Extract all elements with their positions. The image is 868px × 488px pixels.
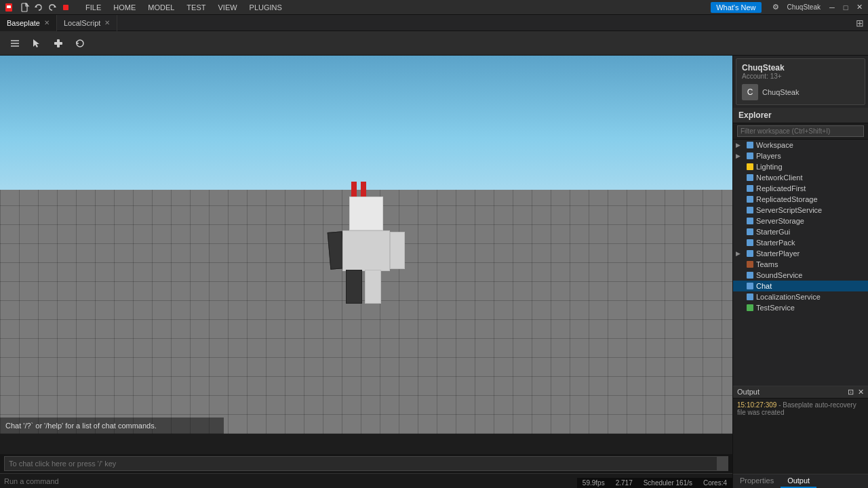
chat-icon: [745, 281, 755, 291]
close-window-icon[interactable]: ✕: [853, 1, 865, 14]
tree-item[interactable]: ▶StarterPlayer: [733, 248, 868, 259]
svg-rect-21: [747, 228, 753, 235]
menu-view[interactable]: VIEW: [212, 2, 242, 13]
username-display: ChuqSteak: [783, 3, 825, 11]
tree-item[interactable]: Teams: [733, 259, 868, 270]
chat-input[interactable]: [4, 456, 717, 471]
output-close-icon[interactable]: ✕: [858, 388, 864, 396]
select-tool-button[interactable]: [27, 34, 46, 53]
tree-item[interactable]: LocalizationService: [733, 291, 868, 302]
tree-item-label: Teams: [756, 260, 865, 268]
chat-overlay: Chat '/?` or '/help' for a list of chat …: [0, 418, 224, 434]
svg-rect-25: [747, 272, 753, 279]
tree-item[interactable]: Lighting: [733, 161, 868, 172]
profile-name: ChuqSteak: [742, 63, 859, 73]
tabs-bar: Baseplate ✕ LocalScript ✕ ⊞: [0, 15, 868, 31]
svg-rect-2: [22, 3, 27, 12]
network-icon: [745, 173, 755, 182]
explorer-header: Explorer: [733, 108, 868, 123]
tree-item[interactable]: NetworkClient: [733, 172, 868, 183]
tree-item[interactable]: Chat: [733, 281, 868, 291]
tree-arrow-icon: ▶: [736, 142, 744, 148]
whats-new-button[interactable]: What's New: [711, 2, 761, 13]
svg-rect-19: [747, 207, 753, 214]
character-head: [349, 197, 383, 230]
tab-baseplate[interactable]: Baseplate ✕: [0, 15, 57, 31]
antenna-right: [361, 182, 366, 197]
viewport-status-bar: 59.9fps 2.717 Scheduler 161/s Cores:4: [577, 478, 732, 488]
teams-icon: [745, 260, 755, 269]
output-header: Output ⊡ ✕: [733, 386, 868, 399]
workspace-icon: [745, 140, 755, 150]
tree-item[interactable]: ▶Players: [733, 150, 868, 161]
svg-rect-5: [63, 5, 68, 10]
roblox-logo-icon[interactable]: [3, 1, 15, 14]
menu-home[interactable]: HOME: [108, 2, 141, 13]
menu-file[interactable]: FILE: [80, 2, 106, 13]
lighting-icon: [745, 162, 755, 171]
tree-item[interactable]: StarterPack: [733, 237, 868, 248]
avatar[interactable]: C: [742, 84, 758, 100]
svg-rect-16: [747, 174, 753, 181]
profile-account: Account: 13+: [742, 73, 859, 80]
player-icon: [745, 249, 755, 258]
replicated-icon: [745, 195, 755, 204]
undo-icon[interactable]: [33, 1, 45, 14]
menu-model[interactable]: MODEL: [142, 2, 180, 13]
minimize-icon[interactable]: ─: [826, 1, 838, 14]
tree-item-label: StarterPlayer: [756, 249, 865, 258]
tree-item[interactable]: ▶Workspace: [733, 140, 868, 150]
tree-item[interactable]: ReplicatedFirst: [733, 183, 868, 194]
character-model: [326, 197, 407, 332]
tree-item-label: LocalizationService: [756, 293, 865, 301]
svg-rect-17: [747, 185, 753, 192]
test-icon: [745, 303, 755, 312]
move-tool-button[interactable]: [49, 34, 68, 53]
explorer-search-input[interactable]: [737, 125, 864, 137]
menu-bar: FILE HOME MODEL TEST VIEW PLUGINS What's…: [0, 0, 868, 15]
settings-icon[interactable]: ⚙: [770, 1, 782, 14]
character-leg-right: [365, 270, 381, 304]
svg-rect-15: [747, 163, 753, 170]
tree-item[interactable]: ServerScriptService: [733, 205, 868, 216]
scheduler-display: Scheduler 161/s: [644, 479, 692, 487]
layout-toggle-icon[interactable]: ⊞: [856, 18, 864, 28]
tab-output[interactable]: Output: [781, 474, 816, 488]
explorer-tree: ▶Workspace▶Players Lighting NetworkClien…: [733, 140, 868, 386]
tree-item[interactable]: SoundService: [733, 270, 868, 281]
tree-item[interactable]: ReplicatedStorage: [733, 194, 868, 205]
profile-username-label: ChuqSteak: [762, 88, 799, 96]
menu-toggle-button[interactable]: [5, 34, 24, 53]
character-torso: [342, 230, 390, 271]
localize-icon: [745, 292, 755, 302]
storage-icon: [745, 216, 755, 226]
tab-localscript-close[interactable]: ✕: [104, 19, 110, 26]
tree-item[interactable]: ServerStorage: [733, 216, 868, 226]
tab-properties[interactable]: Properties: [733, 474, 781, 488]
maximize-icon[interactable]: □: [840, 1, 852, 14]
menu-test[interactable]: TEST: [181, 2, 211, 13]
main-content: Chat '/?` or '/help' for a list of chat …: [0, 56, 868, 488]
new-file-icon[interactable]: [19, 1, 31, 14]
output-float-icon[interactable]: ⊡: [848, 388, 854, 396]
chat-hint-text: Chat '/?` or '/help' for a list of chat …: [5, 422, 218, 430]
tab-localscript[interactable]: LocalScript ✕: [57, 15, 117, 31]
svg-rect-18: [747, 196, 753, 203]
viewport[interactable]: Chat '/?` or '/help' for a list of chat …: [0, 56, 732, 488]
tree-item[interactable]: TestService: [733, 302, 868, 313]
rotate-tool-button[interactable]: [71, 34, 90, 53]
tree-item-label: Workspace: [756, 141, 865, 149]
output-timestamp: 15:10:27:309: [737, 401, 776, 409]
chat-send-button[interactable]: [717, 456, 728, 471]
tree-item-label: NetworkClient: [756, 174, 865, 182]
redo-icon[interactable]: [46, 1, 58, 14]
tree-item[interactable]: StarterGui: [733, 226, 868, 237]
svg-rect-14: [747, 152, 753, 159]
stop-icon[interactable]: [60, 1, 72, 14]
tree-item-label: Lighting: [756, 163, 865, 171]
svg-rect-23: [747, 250, 753, 257]
svg-rect-24: [747, 261, 753, 268]
menu-plugins[interactable]: PLUGINS: [244, 2, 288, 13]
tab-baseplate-close[interactable]: ✕: [44, 19, 50, 26]
replicated-icon: [745, 184, 755, 193]
